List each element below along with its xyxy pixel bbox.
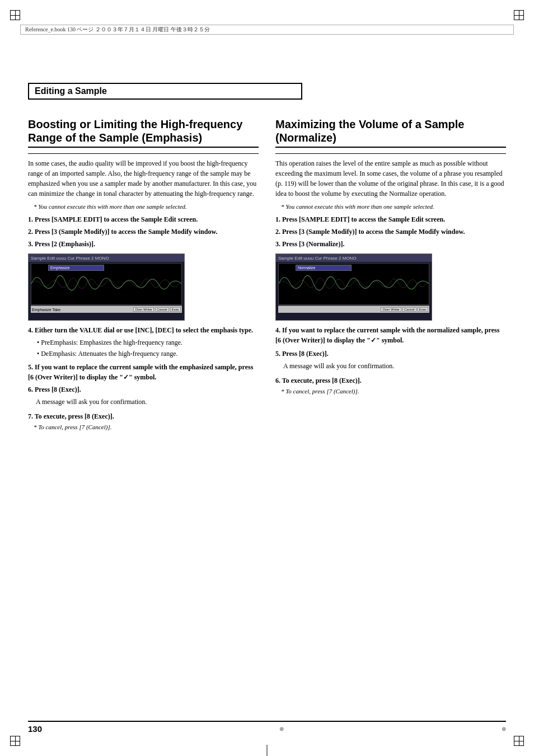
- bullet-1: PreEmphasis: Emphasizes the high-frequen…: [28, 337, 259, 348]
- left-screen-toolbar: Sample Edit uuuu Cur Phrase 2 MONO: [29, 254, 184, 262]
- main-content: Boosting or Limiting the High-frequency …: [28, 118, 506, 711]
- corner-mark-tr: [514, 10, 524, 20]
- right-dialog-title: Normalize: [296, 265, 351, 270]
- step-3-text: Press [2 (Emphasis)].: [35, 240, 95, 248]
- right-steps-1-3: 1. Press [SAMPLE EDIT] to access the Sam…: [275, 214, 506, 249]
- left-btn-cancel: Cancel: [155, 307, 169, 312]
- right-heading-text: Maximizing the Volume of a Sample (Norma…: [275, 118, 464, 144]
- right-step-2: 2. Press [3 (Sample Modify)] to access t…: [275, 227, 506, 237]
- step-7: 7. To execute, press [8 (Exec)].: [28, 411, 259, 421]
- right-step-5-num: 5.: [275, 350, 280, 358]
- left-btn-over: Over Writer: [133, 307, 154, 312]
- step-3-num: 3.: [28, 240, 33, 248]
- page-number: 130: [28, 724, 62, 734]
- right-btn-over: Over Writer: [381, 307, 401, 312]
- right-note: * You cannot execute this with more than…: [275, 203, 506, 210]
- step-4-num: 4.: [28, 326, 33, 334]
- step-6: 6. Press [8 (Exec)].: [28, 384, 259, 395]
- right-column: Maximizing the Volume of a Sample (Norma…: [275, 118, 506, 711]
- footer-right-crosshair: ⊕: [502, 726, 506, 732]
- right-step-2-num: 2.: [275, 228, 280, 236]
- step-4-text: Either turn the VALUE dial or use [INC],…: [35, 326, 253, 334]
- corner-mark-tl: [10, 10, 20, 20]
- right-btn-exec: Exec: [418, 307, 428, 312]
- footer-center-crosshair: ⊕: [279, 726, 284, 732]
- page-title: Editing a Sample: [35, 86, 107, 96]
- left-dialog-title: Emphasize: [49, 265, 104, 270]
- right-cancel-note: * To cancel, press [7 (Cancel)].: [275, 388, 506, 395]
- step-7-num: 7.: [28, 412, 33, 420]
- step-3: 3. Press [2 (Emphasis)].: [28, 239, 259, 249]
- top-header: Reference_e.book 130 ページ ２００３年７月１４日 月曜日 …: [20, 25, 514, 35]
- right-step-5-body: A message will ask you for confirmation.: [275, 361, 506, 371]
- left-column: Boosting or Limiting the High-frequency …: [28, 118, 259, 711]
- heading-divider: [28, 153, 259, 154]
- step-4: 4. Either turn the VALUE dial or use [IN…: [28, 325, 259, 335]
- bullet-2: DeEmphasis: Attenuates the high-frequenc…: [28, 349, 259, 359]
- right-heading: Maximizing the Volume of a Sample (Norma…: [275, 118, 506, 148]
- right-step-6-text: To execute, press [8 (Exec)].: [282, 377, 362, 384]
- corner-mark-br: [514, 736, 524, 746]
- left-screen-image: Sample Edit uuuu Cur Phrase 2 MONO Empha…: [28, 253, 185, 321]
- step-6-num: 6.: [28, 386, 33, 393]
- right-step-1-num: 1.: [275, 215, 280, 223]
- right-toolbar-text: Sample Edit uuuu Cur Phrase 2 MONO: [278, 256, 357, 261]
- left-toolbar-text: Sample Edit uuuu Cur Phrase 2 MONO: [31, 256, 109, 261]
- right-step-6: 6. To execute, press [8 (Exec)].: [275, 375, 506, 386]
- left-heading-text: Boosting or Limiting the High-frequency …: [28, 118, 242, 144]
- right-step-1-text: Press [SAMPLE EDIT] to access the Sample…: [282, 215, 445, 223]
- step-5: 5. If you want to replace the current sa…: [28, 362, 259, 382]
- right-step-1: 1. Press [SAMPLE EDIT] to access the Sam…: [275, 214, 506, 224]
- right-screen-toolbar: Sample Edit uuuu Cur Phrase 2 MONO: [276, 254, 432, 262]
- right-screen-image: Sample Edit uuuu Cur Phrase 2 MONO Norma…: [275, 253, 432, 321]
- left-note: * You cannot execute this with more than…: [28, 203, 259, 210]
- left-steps-1-3: 1. Press [SAMPLE EDIT] to access the Sam…: [28, 214, 259, 249]
- page-title-box: Editing a Sample: [28, 83, 302, 100]
- step-5-text: If you want to replace the current sampl…: [28, 363, 253, 381]
- bottom-center-mark: [267, 745, 268, 756]
- step-1: 1. Press [SAMPLE EDIT] to access the Sam…: [28, 214, 259, 224]
- right-step-3-num: 3.: [275, 240, 280, 248]
- step-1-num: 1.: [28, 215, 33, 223]
- step-6-body: A message will ask you for confirmation.: [28, 397, 259, 407]
- right-step-3-text: Press [3 (Normalize)].: [282, 240, 344, 248]
- header-text: Reference_e.book 130 ページ ２００３年７月１４日 月曜日 …: [25, 26, 210, 34]
- left-screen-bottom-label: Emphasize Take: [32, 308, 60, 312]
- left-heading: Boosting or Limiting the High-frequency …: [28, 118, 259, 148]
- right-heading-divider: [275, 153, 506, 154]
- step-2-text: Press [3 (Sample Modify)] to access the …: [35, 228, 217, 236]
- right-btn-cancel: Cancel: [402, 307, 416, 312]
- right-step-4-num: 4.: [275, 326, 280, 334]
- right-body-text: This operation raises the level of the e…: [275, 158, 506, 199]
- right-step-5: 5. Press [8 (Exec)].: [275, 349, 506, 359]
- left-body-text: In some cases, the audio quality will be…: [28, 158, 259, 199]
- step-1-text: Press [SAMPLE EDIT] to access the Sample…: [35, 215, 198, 223]
- step-2: 2. Press [3 (Sample Modify)] to access t…: [28, 227, 259, 237]
- left-btn-exec: Exec: [170, 307, 181, 312]
- left-cancel-note: * To cancel, press [7 (Cancel)].: [28, 424, 259, 430]
- right-step-6-num: 6.: [275, 377, 280, 384]
- step-5-num: 5.: [28, 363, 33, 371]
- corner-mark-bl: [10, 736, 20, 746]
- right-step-5-text: Press [8 (Exec)].: [282, 350, 329, 358]
- step-6-text: Press [8 (Exec)].: [35, 386, 81, 393]
- right-step-2-text: Press [3 (Sample Modify)] to access the …: [282, 228, 465, 236]
- right-step-4: 4. If you want to replace the current sa…: [275, 325, 506, 345]
- step-7-text: To execute, press [8 (Exec)].: [35, 412, 114, 420]
- right-step-3: 3. Press [3 (Normalize)].: [275, 239, 506, 249]
- right-step-4-text: If you want to replace the current sampl…: [275, 326, 499, 344]
- step-2-num: 2.: [28, 228, 33, 236]
